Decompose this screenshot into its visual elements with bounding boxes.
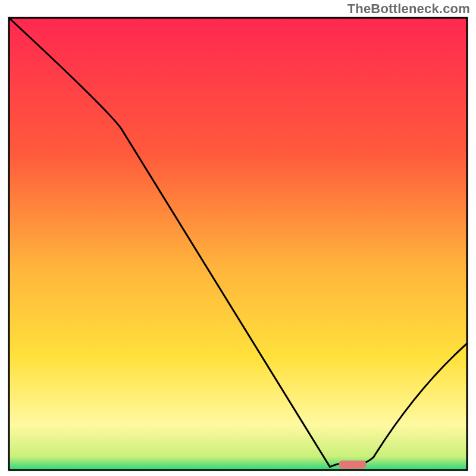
bottleneck-chart [0,0,476,476]
highlight-band [339,461,366,469]
chart-stage: TheBottleneck.com [0,0,476,476]
gradient-fill [9,18,467,470]
